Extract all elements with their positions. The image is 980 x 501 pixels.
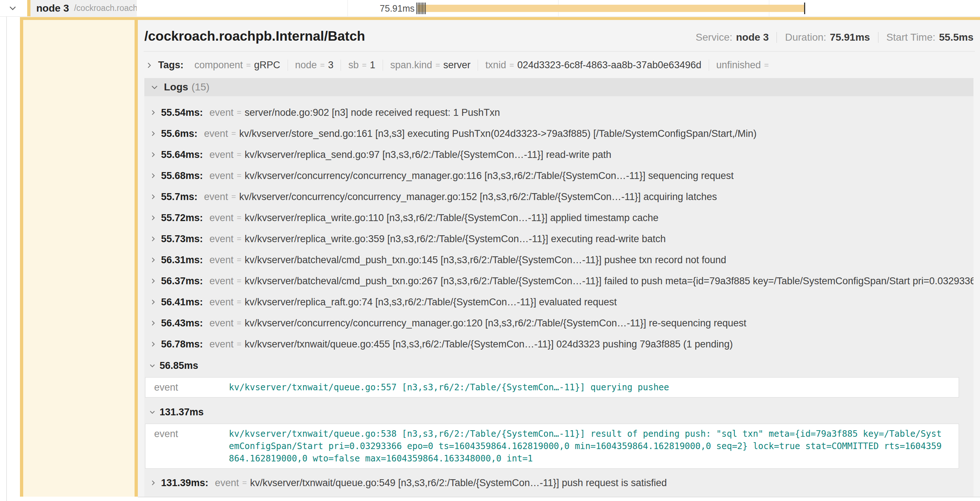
- log-timestamp: 55.6ms:: [161, 128, 198, 139]
- log-row[interactable]: 56.43ms: event = kv/kvserver/concurrency…: [144, 313, 974, 333]
- log-equals: =: [231, 129, 236, 138]
- tag-item: unfinished=: [709, 59, 780, 71]
- log-row-expanded-header[interactable]: 56.85ms: [144, 356, 974, 375]
- log-row[interactable]: 55.54ms: event = server/node.go:902 [n3]…: [144, 102, 974, 123]
- log-row[interactable]: 56.31ms: event = kv/kvserver/batcheval/c…: [144, 249, 974, 270]
- stat-divider: [878, 32, 878, 43]
- start-time-label: Start Time:: [886, 32, 935, 43]
- stat-divider: [776, 32, 777, 43]
- chevron-right-icon: [150, 340, 157, 348]
- chevron-right-icon: [150, 151, 157, 158]
- log-timestamp: 55.64ms:: [161, 149, 203, 161]
- chevron-right-icon: [150, 172, 157, 179]
- log-tick-marks: [416, 3, 426, 14]
- log-equals: =: [237, 171, 242, 180]
- log-row[interactable]: 55.6ms: event = kv/kvserver/store_send.g…: [144, 123, 974, 144]
- log-message: kv/kvserver/replica_write.go:110 [n3,s3,…: [245, 212, 659, 223]
- log-row[interactable]: 55.72ms: event = kv/kvserver/replica_wri…: [144, 207, 974, 228]
- span-stats: Service: node 3 Duration: 75.91ms Start …: [696, 32, 974, 43]
- log-message: kv/kvserver/replica_raft.go:74 [n3,s3,r6…: [245, 297, 617, 308]
- log-row[interactable]: 55.64ms: event = kv/kvserver/replica_sen…: [144, 144, 974, 165]
- log-field-key: event: [210, 170, 234, 182]
- duration-label: Duration:: [785, 32, 826, 43]
- log-message: kv/kvserver/batcheval/cmd_push_txn.go:14…: [245, 254, 727, 266]
- log-field-key: event: [215, 477, 239, 489]
- log-field-key: event: [210, 107, 234, 118]
- log-row[interactable]: 131.39ms: event = kv/kvserver/txnwait/qu…: [144, 472, 974, 493]
- chevron-right-icon: [150, 278, 157, 285]
- span-operation-name: /cockroach.roach…: [74, 3, 137, 13]
- tag-key: txnid: [485, 59, 506, 71]
- logs-accordion-header[interactable]: Logs (15): [144, 78, 974, 96]
- operation-title: /cockroach.roachpb.Internal/Batch: [144, 29, 365, 44]
- log-row[interactable]: 56.41ms: event = kv/kvserver/replica_raf…: [144, 292, 974, 313]
- logs-footer-note: Log timestamps are relative to the start…: [144, 493, 974, 497]
- span-name-cell[interactable]: node 3 /cockroach.roach…: [27, 0, 137, 16]
- log-timestamp: 56.85ms: [159, 360, 198, 372]
- log-field-key: event: [210, 233, 234, 245]
- log-message: kv/kvserver/concurrency/concurrency_mana…: [245, 170, 734, 182]
- log-timestamp: 131.37ms: [159, 407, 204, 418]
- log-timestamp: 55.73ms:: [161, 233, 203, 245]
- log-message: kv/kvserver/replica_write.go:359 [n3,s3,…: [245, 233, 666, 245]
- span-service-name: node 3: [36, 3, 69, 14]
- log-field-key: event: [210, 297, 234, 308]
- log-equals: =: [237, 276, 242, 286]
- detail-row-name-column: [23, 20, 135, 497]
- span-timeline[interactable]: 75.91ms: [137, 0, 980, 16]
- chevron-right-icon: [150, 109, 157, 116]
- logs-count: (15): [191, 81, 210, 93]
- log-equals: =: [242, 478, 247, 488]
- tag-value: 3: [328, 59, 333, 71]
- logs-list: 55.54ms: event = server/node.go:902 [n3]…: [144, 96, 974, 497]
- detail-row-accent-right: [135, 17, 138, 497]
- service-label: Service:: [696, 32, 732, 43]
- log-equals: =: [237, 340, 242, 349]
- chevron-right-icon: [150, 130, 157, 137]
- indent-guide-line: [6, 0, 7, 501]
- tag-key: sb: [348, 59, 359, 71]
- log-row[interactable]: 56.78ms: event = kv/kvserver/txnwait/que…: [144, 333, 974, 355]
- logs-accordion: Logs (15) 55.54ms: event = server/node.g…: [144, 78, 974, 497]
- tag-equals: =: [509, 61, 514, 70]
- tags-accordion[interactable]: Tags: component=gRPC node=3 sb=1 span.ki…: [144, 59, 975, 71]
- log-row[interactable]: 55.73ms: event = kv/kvserver/replica_wri…: [144, 228, 974, 249]
- log-row[interactable]: 55.68ms: event = kv/kvserver/concurrency…: [144, 165, 974, 186]
- log-timestamp: 55.72ms:: [161, 212, 203, 223]
- tag-item: span.kind=server: [383, 59, 478, 71]
- log-row[interactable]: 55.7ms: event = kv/kvserver/concurrency/…: [144, 186, 974, 207]
- chevron-right-icon: [145, 61, 153, 69]
- log-row-expanded-header[interactable]: 131.37ms: [144, 403, 974, 421]
- log-field-key: event: [210, 149, 234, 161]
- log-message: kv/kvserver/batcheval/cmd_push_txn.go:26…: [245, 276, 974, 287]
- span-detail-panel: /cockroach.roachpb.Internal/Batch Servic…: [138, 20, 980, 497]
- duration-value: 75.91ms: [830, 32, 870, 43]
- chevron-right-icon: [150, 319, 157, 327]
- span-bar[interactable]: [417, 5, 805, 12]
- tag-equals: =: [435, 61, 440, 70]
- chevron-down-icon[interactable]: [8, 3, 18, 13]
- log-message: kv/kvserver/concurrency/concurrency_mana…: [245, 318, 746, 329]
- log-field-key: event: [204, 128, 228, 139]
- log-message: kv/kvserver/txnwait/queue.go:549 [n3,s3,…: [250, 477, 667, 489]
- log-equals: =: [231, 192, 236, 201]
- span-row[interactable]: node 3 /cockroach.roach… 75.91ms: [0, 0, 980, 17]
- log-field-key: event: [204, 191, 228, 203]
- tag-value: server: [443, 59, 471, 71]
- log-message: kv/kvserver/store_send.go:161 [n3,s3] ex…: [239, 128, 757, 139]
- log-row[interactable]: 56.37ms: event = kv/kvserver/batcheval/c…: [144, 270, 974, 292]
- logs-title: Logs: [164, 81, 188, 93]
- chevron-right-icon: [150, 298, 157, 306]
- tag-key: span.kind: [390, 59, 432, 71]
- log-field-key: event: [210, 339, 234, 350]
- log-field-key: event: [210, 318, 234, 329]
- log-message: kv/kvserver/concurrency/concurrency_mana…: [239, 191, 717, 203]
- tag-item: node=3: [288, 59, 341, 71]
- log-equals: =: [237, 234, 242, 244]
- tag-equals: =: [362, 61, 367, 70]
- chevron-right-icon: [150, 479, 157, 487]
- log-field-key: event: [210, 254, 234, 266]
- log-field-value: kv/kvserver/txnwait/queue.go:557 [n3,s3,…: [229, 378, 675, 397]
- service-value: node 3: [736, 32, 768, 43]
- span-duration-label: 75.91ms: [137, 3, 415, 13]
